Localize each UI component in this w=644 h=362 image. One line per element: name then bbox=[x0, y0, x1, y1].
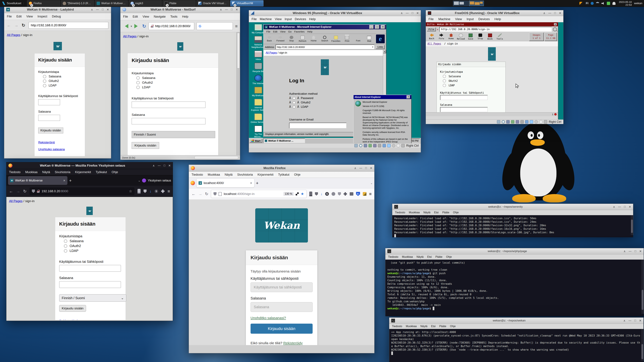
taskbar-task-button[interactable]: WeKan ® Multiverse ... bbox=[263, 138, 305, 143]
network2-icon[interactable] bbox=[373, 144, 376, 147]
permissions-icon[interactable] bbox=[309, 192, 312, 196]
radio-icon[interactable] bbox=[43, 75, 46, 78]
close-button[interactable]: ✕ bbox=[416, 11, 419, 15]
menu-item[interactable]: Edit bbox=[273, 30, 278, 33]
menu-item[interactable]: View bbox=[275, 17, 282, 21]
auth-radio-option[interactable]: LDAP bbox=[443, 84, 502, 87]
toolbar-button[interactable]: Back bbox=[427, 33, 436, 40]
terminal-scrollbar[interactable] bbox=[641, 329, 644, 361]
menu-item[interactable]: Sivuhistoria bbox=[237, 173, 253, 176]
close-button[interactable]: ✕ bbox=[381, 25, 385, 29]
tab-localhost[interactable]: w localhost:4000/ ✕ bbox=[196, 179, 254, 187]
username-input[interactable] bbox=[132, 102, 206, 108]
menu-item[interactable]: View bbox=[26, 15, 33, 18]
all-pages-link[interactable]: All Pages bbox=[266, 51, 277, 54]
menu-item[interactable]: Edit bbox=[16, 15, 22, 18]
menu-item[interactable]: Näytä bbox=[424, 211, 430, 214]
menu-item[interactable]: Help bbox=[494, 17, 501, 21]
minimize-button[interactable]: ― bbox=[359, 166, 362, 170]
zoom-level-button[interactable]: 130 % bbox=[284, 192, 294, 196]
menu-item[interactable]: Tiedosto bbox=[388, 255, 398, 258]
minimize-button[interactable]: ― bbox=[618, 205, 621, 209]
back-button[interactable]: ← bbox=[7, 23, 11, 28]
vbox-titlebar[interactable]: DOS FreeDOS [Running] - Oracle VM Virtua… bbox=[426, 10, 563, 16]
close-button[interactable]: ✕ bbox=[629, 205, 631, 209]
reload-button[interactable]: ↻ bbox=[205, 192, 208, 196]
close-tab-icon[interactable]: ✕ bbox=[63, 179, 66, 182]
password-input[interactable] bbox=[132, 118, 206, 124]
clear-url-icon[interactable]: ✕ bbox=[437, 28, 438, 31]
menu-item[interactable]: File bbox=[7, 15, 12, 18]
back-button[interactable]: ← bbox=[9, 189, 13, 194]
permissions-icon[interactable] bbox=[138, 189, 140, 194]
toolbar-button[interactable]: Refresh bbox=[298, 36, 307, 42]
scroll-up-button[interactable]: ▲ bbox=[383, 50, 386, 53]
start-button[interactable]: Start bbox=[250, 139, 262, 143]
bug-icon[interactable] bbox=[554, 113, 556, 115]
auth-radio-option[interactable]: OAuth2 bbox=[136, 81, 214, 84]
toolbar-button[interactable]: Font bbox=[354, 36, 362, 42]
display-icon[interactable] bbox=[387, 144, 390, 147]
minimize-button[interactable]: ― bbox=[628, 319, 631, 323]
workspace-pager[interactable] bbox=[453, 1, 484, 6]
bookmark-star-icon[interactable]: ☆ bbox=[129, 189, 132, 193]
insecure-padlock-icon[interactable] bbox=[37, 190, 40, 193]
audio-icon[interactable] bbox=[511, 120, 514, 123]
menu-item[interactable]: Muokkaa bbox=[402, 255, 413, 258]
shade-button[interactable]: ∧ bbox=[401, 11, 403, 15]
taskbar-window-button[interactable]: nsgtk3 2 bbox=[129, 0, 162, 6]
auth-radio-option[interactable]: Salasana bbox=[136, 76, 214, 80]
menu-item[interactable]: Devices bbox=[478, 17, 490, 21]
menu-item[interactable]: Debug bbox=[52, 15, 61, 18]
auth-radio-option[interactable]: Salasana bbox=[443, 75, 502, 78]
terminal-titlebar[interactable]: ›_ wekan@z: ~/repos/serenity ∧―□✕ bbox=[392, 204, 633, 210]
usb-icon[interactable] bbox=[378, 144, 381, 147]
password-input[interactable] bbox=[59, 281, 121, 288]
menu-item[interactable]: View bbox=[142, 15, 149, 18]
terminal-titlebar[interactable]: ›_ wekan@z: ~/repos/w/php/page ∧―□✕ bbox=[386, 248, 644, 254]
web-search-input[interactable]: G bbox=[196, 22, 233, 30]
ultrawidify-extension-icon[interactable] bbox=[338, 192, 341, 196]
menu-item[interactable]: Näytä bbox=[416, 255, 424, 258]
menu-item[interactable]: Pääte bbox=[439, 325, 446, 328]
url-bar[interactable]: http://192.168.0.20:8000/sign-in bbox=[440, 27, 552, 32]
toolbar-button[interactable]: Home bbox=[446, 33, 456, 40]
floppy-icon[interactable] bbox=[506, 120, 510, 123]
password-input[interactable] bbox=[440, 107, 488, 112]
maximize-button[interactable]: □ bbox=[634, 250, 636, 253]
workspace-1[interactable] bbox=[453, 1, 468, 6]
radio-icon[interactable] bbox=[43, 79, 46, 83]
menu-item[interactable]: Etsi bbox=[431, 325, 436, 328]
menu-item[interactable]: Tools bbox=[170, 15, 178, 18]
minimize-button[interactable]: ― bbox=[225, 8, 228, 11]
menu-item[interactable]: Input bbox=[466, 17, 474, 21]
menu-item[interactable]: Tiedosto bbox=[9, 170, 20, 174]
tab-wekan[interactable]: w WeKan ® Multiverse ✕ bbox=[8, 176, 68, 185]
shade-button[interactable]: ∧ bbox=[91, 8, 93, 11]
links-button[interactable]: Links bbox=[376, 45, 385, 49]
toolbar-button[interactable]: Tools bbox=[495, 33, 505, 40]
toolbar-button[interactable]: Search bbox=[320, 36, 329, 42]
maximize-button[interactable]: □ bbox=[365, 166, 367, 170]
netsurf-titlebar[interactable]: WeKan ® Multiverse - NetSurf ∧―□✕ bbox=[120, 6, 240, 13]
downloads-icon[interactable]: ↓ bbox=[321, 192, 322, 196]
terminal-scrollbar[interactable] bbox=[641, 260, 644, 314]
toolbar-button[interactable]: Stop bbox=[287, 36, 296, 42]
search-icon[interactable] bbox=[553, 27, 557, 31]
register-link[interactable]: Rekisteröidy bbox=[283, 341, 303, 345]
terminal-titlebar[interactable]: ›_ wekan@z: ~/repos/wekan ∧―□✕ bbox=[389, 318, 644, 324]
menu-item[interactable]: Ohje bbox=[453, 211, 459, 214]
reload-button[interactable]: ↻ bbox=[23, 189, 26, 194]
menu-item[interactable]: Favorites bbox=[294, 30, 304, 33]
firefox-app-icon[interactable] bbox=[190, 181, 195, 185]
menu-item[interactable]: Kirjanmerkit bbox=[75, 170, 91, 174]
menu-item[interactable]: Inspect bbox=[38, 15, 47, 18]
tray-icon[interactable] bbox=[596, 2, 599, 5]
taskbar-window-button[interactable]: WeKan ® Multiverse - L... bbox=[95, 0, 128, 6]
terminal-scrollbar[interactable] bbox=[631, 215, 633, 235]
menu-item[interactable]: Ohje bbox=[112, 170, 118, 174]
tray-icon[interactable] bbox=[612, 2, 616, 5]
register-link[interactable]: Rekisteröinti bbox=[38, 141, 81, 144]
menu-icon[interactable]: ≡ bbox=[369, 191, 372, 197]
screenshot-extension-icon[interactable] bbox=[332, 192, 335, 196]
